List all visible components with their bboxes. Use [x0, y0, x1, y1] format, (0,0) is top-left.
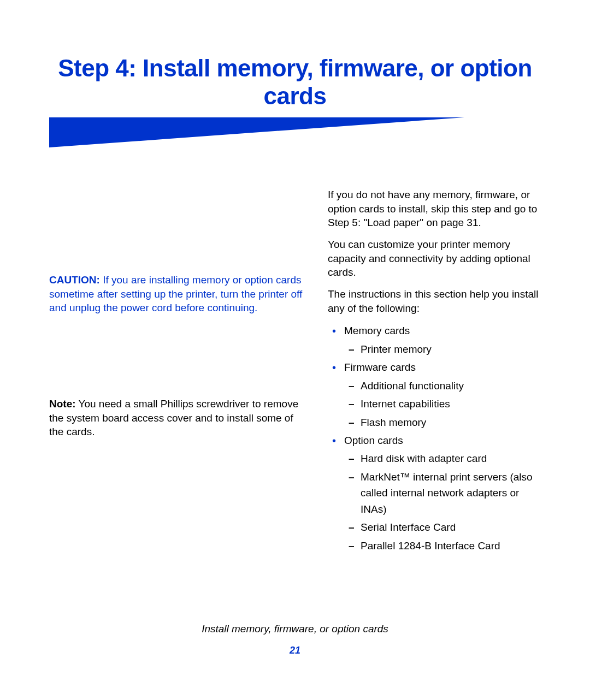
decorative-swoosh	[49, 117, 464, 147]
sub-list-item: Serial Interface Card	[361, 519, 541, 535]
sub-list: Additional functionality Internet capabi…	[344, 378, 541, 430]
sub-list-item: Parallel 1284-B Interface Card	[361, 538, 541, 554]
page-title: Step 4: Install memory, firmware, or opt…	[49, 55, 541, 110]
list-item-label: Firmware cards	[344, 361, 416, 373]
left-column: CAUTION: If you are installing memory or…	[49, 188, 306, 556]
caution-label: CAUTION:	[49, 274, 100, 286]
footer-page-number: 21	[0, 645, 590, 656]
sub-list-item: Hard disk with adapter card	[361, 450, 541, 466]
sub-list: Hard disk with adapter card MarkNet™ int…	[344, 450, 541, 554]
right-column: If you do not have any memory, firmware,…	[328, 188, 541, 556]
footer-section-title: Install memory, firmware, or option card…	[0, 623, 590, 635]
list-item-label: Memory cards	[344, 325, 410, 336]
page-footer: Install memory, firmware, or option card…	[0, 623, 590, 656]
caution-block: CAUTION: If you are installing memory or…	[49, 273, 306, 315]
note-label: Note:	[49, 398, 76, 410]
document-page: Step 4: Install memory, firmware, or opt…	[0, 0, 590, 700]
list-item-label: Option cards	[344, 435, 403, 446]
intro-paragraph-3: The instructions in this section help yo…	[328, 287, 541, 315]
options-list: Memory cards Printer memory Firmware car…	[328, 323, 541, 554]
list-item: Memory cards Printer memory	[344, 323, 541, 357]
list-item: Firmware cards Additional functionality …	[344, 359, 541, 430]
list-item: Option cards Hard disk with adapter card…	[344, 432, 541, 554]
note-block: Note: You need a small Phillips screwdri…	[49, 397, 306, 439]
note-text: You need a small Phillips screwdriver to…	[49, 398, 298, 437]
intro-paragraph-2: You can customize your printer memory ca…	[328, 238, 541, 280]
sub-list-item: Internet capabilities	[361, 396, 541, 412]
sub-list-item: MarkNet™ internal print servers (also ca…	[361, 469, 541, 517]
content-columns: CAUTION: If you are installing memory or…	[49, 188, 541, 556]
intro-paragraph-1: If you do not have any memory, firmware,…	[328, 188, 541, 230]
sub-list-item: Additional functionality	[361, 378, 541, 394]
sub-list: Printer memory	[344, 341, 541, 357]
sub-list-item: Flash memory	[361, 414, 541, 430]
sub-list-item: Printer memory	[361, 341, 541, 357]
